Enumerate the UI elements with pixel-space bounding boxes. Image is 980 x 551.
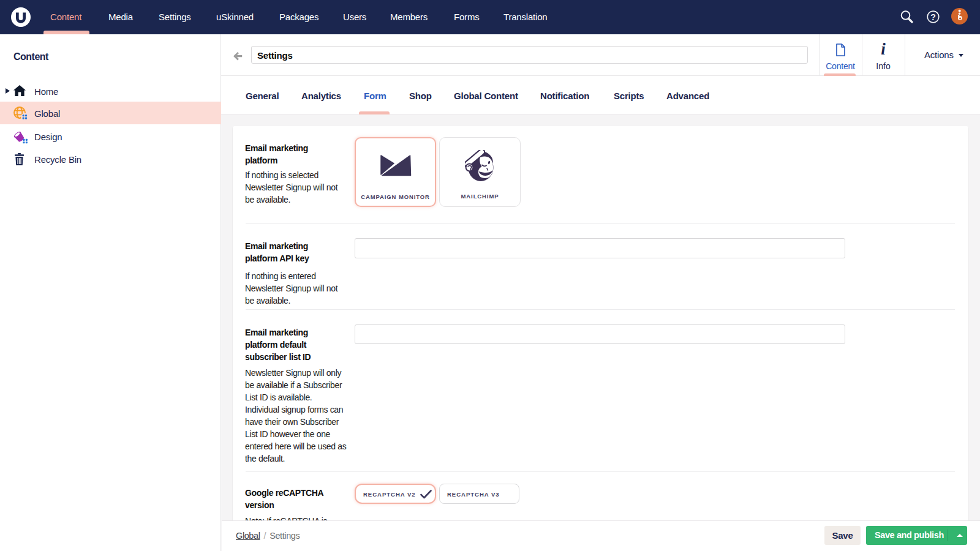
svg-text:?: ?: [930, 12, 936, 22]
